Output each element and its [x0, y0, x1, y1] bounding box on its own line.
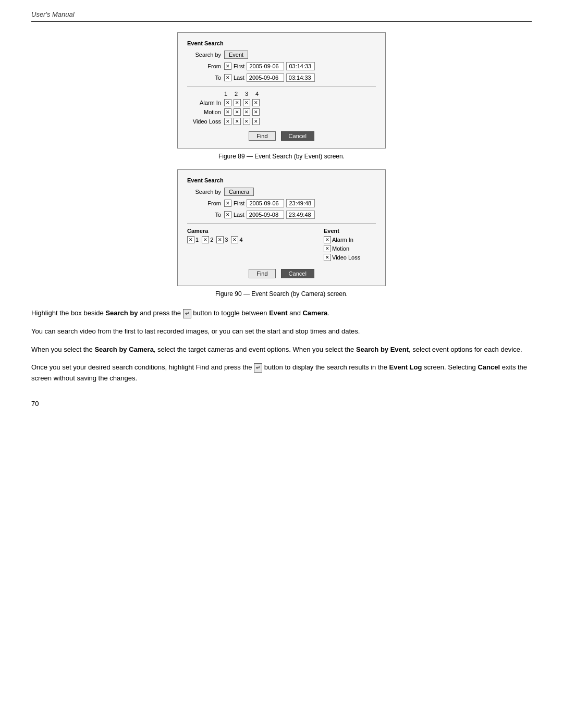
figure89-screen: Event Search Search by Event From First …: [177, 32, 386, 149]
p1-camera: Camera: [302, 309, 327, 317]
fig90-cancel-button[interactable]: Cancel: [281, 269, 314, 278]
event-col-label: Event: [324, 228, 376, 234]
event-item-motion: Motion: [324, 245, 376, 252]
header-section: User's Manual: [31, 10, 532, 22]
motion-check-1[interactable]: [224, 108, 231, 116]
to-last-checkbox: Last: [224, 74, 244, 81]
search-by-label: Search by: [187, 52, 221, 58]
p4-event-log: Event Log: [389, 363, 422, 371]
cam-item-3: 3: [216, 236, 228, 243]
alarm-in-label: Alarm In: [187, 100, 221, 106]
cam-label-1: 1: [195, 237, 199, 243]
event-alarm-in-check[interactable]: [324, 236, 331, 243]
figure89-container: Event Search Search by Event From First …: [31, 32, 532, 160]
search-by-event-button[interactable]: Event: [224, 51, 248, 59]
fig90-from-label: From: [187, 200, 221, 206]
p4-enter-button: ↵: [254, 363, 262, 373]
to-time-field[interactable]: 03:14:33: [286, 73, 315, 82]
to-row: To Last 2005-09-06 03:14:33: [187, 73, 376, 82]
fig90-find-button[interactable]: Find: [249, 269, 275, 278]
to-label: To: [187, 75, 221, 81]
fig89-find-button[interactable]: Find: [249, 131, 275, 141]
fig90-from-first: First: [224, 200, 244, 207]
fig90-from-first-label: First: [234, 200, 244, 206]
event-video-loss-label: Video Loss: [332, 254, 360, 261]
p1-event: Event: [269, 309, 287, 317]
video-loss-check-1[interactable]: [224, 118, 231, 125]
cam-label-2: 2: [210, 237, 213, 243]
camera-col-label: Camera: [187, 228, 313, 234]
event-motion-check[interactable]: [324, 245, 331, 252]
video-loss-checkboxes: [224, 118, 261, 125]
p3-search-event: Search by Event: [356, 346, 409, 353]
fig90-from-first-check[interactable]: [224, 200, 231, 207]
fig89-cancel-button[interactable]: Cancel: [281, 131, 314, 141]
motion-check-3[interactable]: [243, 108, 250, 116]
fig90-to-date[interactable]: 2005-09-08: [247, 211, 284, 219]
fig90-to-label: To: [187, 212, 221, 218]
from-row: From First 2005-09-06 03:14:33: [187, 62, 376, 70]
page-number: 70: [31, 400, 532, 408]
event-video-loss-check[interactable]: [324, 254, 331, 261]
video-loss-check-4[interactable]: [252, 118, 260, 125]
video-loss-check-2[interactable]: [234, 118, 241, 125]
from-first-label: First: [234, 63, 244, 69]
fig90-bottom-buttons: Find Cancel: [187, 269, 376, 278]
cam-check-3[interactable]: [216, 236, 224, 243]
fig90-to-last-check[interactable]: [224, 211, 231, 218]
fig90-to-last-label: Last: [234, 212, 244, 218]
alarm-in-check-3[interactable]: [243, 99, 250, 106]
divider1: [187, 86, 376, 87]
motion-check-4[interactable]: [252, 108, 260, 116]
from-first-check[interactable]: [224, 63, 231, 70]
motion-label: Motion: [187, 109, 221, 115]
fig89-bottom-buttons: Find Cancel: [187, 131, 376, 141]
search-by-row: Search by Event: [187, 51, 376, 59]
motion-checkboxes: [224, 108, 261, 116]
figure90-screen: Event Search Search by Camera From First…: [177, 169, 386, 286]
camera-event-section: Camera 1 2 3: [187, 228, 376, 263]
video-loss-check-3[interactable]: [243, 118, 250, 125]
p1-search-by: Search by: [105, 309, 138, 317]
cam-item-1: 1: [187, 236, 199, 243]
alarm-in-check-1[interactable]: [224, 99, 231, 106]
to-date-field[interactable]: 2005-09-06: [247, 73, 284, 82]
cam-check-2[interactable]: [202, 236, 209, 243]
paragraph-4: Once you set your desired search conditi…: [31, 362, 532, 384]
fig90-search-by-row: Search by Camera: [187, 188, 376, 196]
fig90-from-time[interactable]: 23:49:48: [286, 199, 315, 207]
event-col: Event Alarm In Motion Video Loss: [324, 228, 376, 263]
alarm-in-checkboxes: [224, 99, 261, 106]
figure89-caption: Figure 89 — Event Search (by Event) scre…: [218, 153, 345, 160]
numbers-row: 1 2 3 4: [187, 91, 376, 97]
from-date-field[interactable]: 2005-09-06: [247, 62, 284, 70]
camera-col: Camera 1 2 3: [187, 228, 313, 263]
figure89-title: Event Search: [187, 40, 376, 46]
page-container: User's Manual Event Search Search by Eve…: [0, 0, 563, 728]
fig90-to-row: To Last 2005-09-08 23:49:48: [187, 211, 376, 219]
cam-check-1[interactable]: [187, 236, 194, 243]
p1-enter-button: ↵: [183, 309, 191, 318]
from-label: From: [187, 63, 221, 69]
alarm-in-check-2[interactable]: [234, 99, 241, 106]
paragraph-1: Highlight the box beside Search by and p…: [31, 308, 532, 319]
motion-check-2[interactable]: [234, 108, 241, 116]
event-alarm-in-label: Alarm In: [332, 237, 353, 243]
figure90-title: Event Search: [187, 177, 376, 183]
content-section: Highlight the box beside Search by and p…: [31, 308, 532, 384]
cam-label-3: 3: [225, 237, 228, 243]
num-header-4: 4: [252, 91, 262, 97]
fig90-to-time[interactable]: 23:49:48: [286, 211, 315, 219]
from-time-field[interactable]: 03:14:33: [286, 62, 315, 70]
fig90-from-row: From First 2005-09-06 23:49:48: [187, 199, 376, 207]
cam-check-4[interactable]: [231, 236, 238, 243]
event-motion-label: Motion: [332, 245, 349, 252]
alarm-in-check-4[interactable]: [252, 99, 260, 106]
num-header-1: 1: [221, 91, 230, 97]
fig90-search-by-camera-button[interactable]: Camera: [224, 188, 254, 196]
fig90-from-date[interactable]: 2005-09-06: [247, 199, 284, 207]
fig90-to-last: Last: [224, 211, 244, 218]
video-loss-label: Video Loss: [187, 118, 221, 125]
to-last-check[interactable]: [224, 74, 231, 81]
alarm-in-row: Alarm In: [187, 99, 376, 106]
